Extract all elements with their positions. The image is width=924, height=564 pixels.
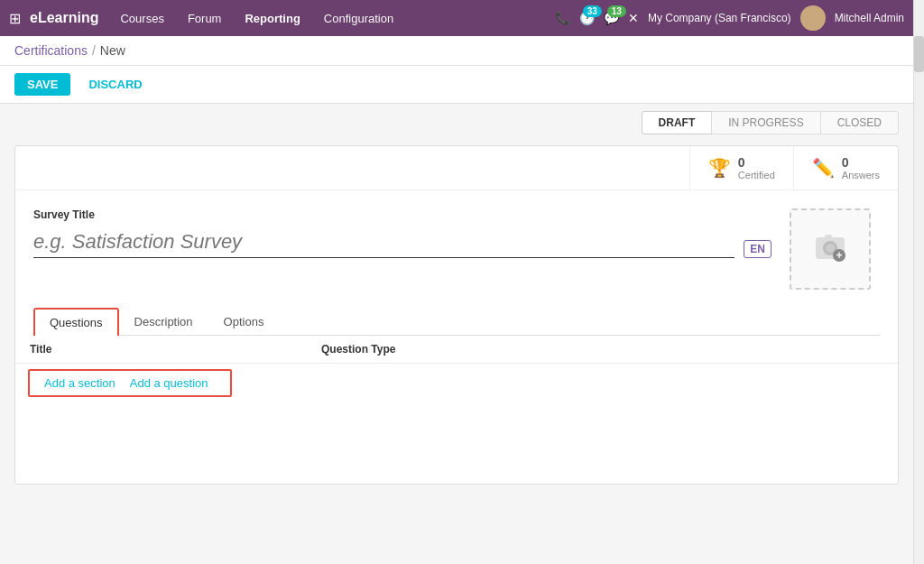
tab-questions[interactable]: Questions bbox=[33, 308, 119, 336]
form-left: Survey Title EN bbox=[33, 208, 772, 290]
nav-menu: Courses Forum Reporting Configuration bbox=[116, 10, 554, 27]
survey-title-input[interactable] bbox=[33, 227, 735, 258]
status-closed[interactable]: CLOSED bbox=[820, 111, 899, 134]
add-question-link[interactable]: Add a question bbox=[123, 376, 216, 390]
grid-icon[interactable]: ⊞ bbox=[9, 10, 21, 27]
wrench-icon[interactable]: ✕ bbox=[628, 11, 639, 25]
breadcrumb-parent[interactable]: Certifications bbox=[14, 43, 88, 58]
svg-text:+: + bbox=[836, 249, 843, 262]
svg-point-0 bbox=[808, 9, 818, 20]
breadcrumb-separator: / bbox=[92, 43, 96, 58]
status-in-progress[interactable]: IN PROGRESS bbox=[711, 111, 820, 134]
tabs-row: Questions Description Options bbox=[33, 308, 880, 336]
lang-badge[interactable]: EN bbox=[744, 240, 772, 258]
nav-forum[interactable]: Forum bbox=[184, 10, 226, 27]
image-upload[interactable]: + bbox=[790, 208, 871, 290]
nav-configuration[interactable]: Configuration bbox=[320, 10, 397, 27]
toolbar: SAVE DISCARD bbox=[0, 66, 913, 104]
edit-icon: ✏️ bbox=[812, 157, 835, 179]
topnav-actions: 📞 🕐 33 💬 13 ✕ My Company (San Francisco)… bbox=[555, 5, 904, 31]
brand-logo[interactable]: eLearning bbox=[30, 10, 98, 26]
questions-table: Title Question Type Add a section Add a … bbox=[15, 336, 898, 411]
scrollbar[interactable] bbox=[913, 0, 924, 564]
camera-icon: + bbox=[812, 230, 848, 268]
svg-point-1 bbox=[804, 23, 822, 31]
tabs-section: Questions Description Options bbox=[15, 299, 898, 336]
add-section-link[interactable]: Add a section bbox=[44, 376, 123, 390]
answers-label: Answers bbox=[842, 170, 880, 180]
nav-courses[interactable]: Courses bbox=[116, 10, 167, 27]
scrollbar-thumb[interactable] bbox=[914, 36, 924, 72]
stat-bar: 🏆 0 Certified ✏️ 0 Answers bbox=[15, 146, 898, 190]
status-draft[interactable]: DRAFT bbox=[642, 111, 713, 134]
breadcrumb-current: New bbox=[100, 43, 125, 58]
tab-options[interactable]: Options bbox=[208, 308, 280, 336]
discard-button[interactable]: DISCARD bbox=[79, 73, 151, 96]
col-title: Title bbox=[15, 336, 307, 364]
answers-info: 0 Answers bbox=[842, 155, 880, 180]
tab-description[interactable]: Description bbox=[119, 308, 208, 336]
svg-point-4 bbox=[826, 244, 835, 253]
form-right: + bbox=[790, 208, 880, 290]
user-name[interactable]: Mitchell Admin bbox=[835, 12, 904, 24]
timer-icon[interactable]: 🕐 33 bbox=[579, 11, 595, 25]
form-footer-space bbox=[15, 411, 898, 484]
status-bar: DRAFT IN PROGRESS CLOSED bbox=[0, 104, 913, 138]
save-button[interactable]: SAVE bbox=[14, 73, 70, 96]
chat-icon[interactable]: 💬 13 bbox=[604, 11, 619, 25]
answers-count: 0 bbox=[842, 155, 849, 170]
certified-count: 0 bbox=[738, 155, 745, 170]
col-question-type: Question Type bbox=[307, 336, 898, 364]
add-actions-container: Add a section Add a question bbox=[28, 369, 232, 397]
company-label[interactable]: My Company (San Francisco) bbox=[648, 12, 791, 24]
nav-reporting[interactable]: Reporting bbox=[241, 10, 303, 27]
certified-info: 0 Certified bbox=[738, 155, 775, 180]
main-content: 🏆 0 Certified ✏️ 0 Answers bbox=[0, 138, 913, 499]
svg-rect-5 bbox=[825, 235, 832, 239]
user-avatar[interactable] bbox=[800, 5, 826, 31]
phone-icon[interactable]: 📞 bbox=[555, 11, 570, 25]
certified-stat[interactable]: 🏆 0 Certified bbox=[689, 146, 793, 190]
trophy-icon: 🏆 bbox=[708, 157, 731, 179]
add-actions-row: Add a section Add a question bbox=[15, 364, 898, 412]
form-card: 🏆 0 Certified ✏️ 0 Answers bbox=[14, 145, 899, 485]
survey-title-label: Survey Title bbox=[33, 208, 772, 221]
answers-stat[interactable]: ✏️ 0 Answers bbox=[793, 146, 898, 190]
topnav: ⊞ eLearning Courses Forum Reporting Conf… bbox=[0, 0, 913, 36]
survey-title-row: EN bbox=[33, 227, 772, 258]
timer-badge: 33 bbox=[583, 5, 602, 17]
certified-label: Certified bbox=[738, 170, 775, 180]
breadcrumb: Certifications / New bbox=[0, 36, 913, 66]
form-body: Survey Title EN bbox=[15, 190, 898, 299]
chat-badge: 13 bbox=[607, 5, 626, 17]
